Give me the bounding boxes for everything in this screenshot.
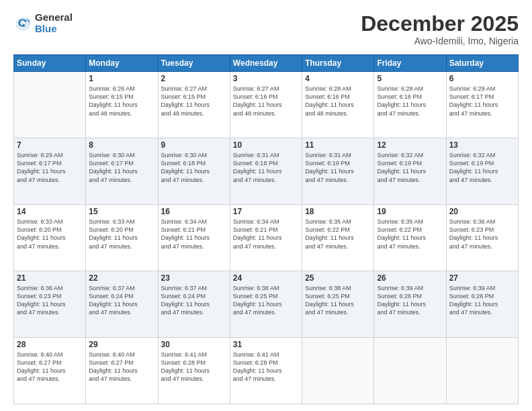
day-info: Sunrise: 6:33 AM Sunset: 6:20 PM Dayligh…: [17, 218, 83, 250]
day-number: 26: [377, 273, 443, 283]
day-number: 12: [377, 140, 443, 150]
col-tuesday: Tuesday: [158, 55, 230, 72]
col-wednesday: Wednesday: [230, 55, 302, 72]
calendar-week-row: 14Sunrise: 6:33 AM Sunset: 6:20 PM Dayli…: [14, 205, 519, 271]
col-friday: Friday: [374, 55, 446, 72]
day-number: 30: [161, 340, 227, 349]
day-number: 21: [17, 273, 83, 283]
table-row: 20Sunrise: 6:36 AM Sunset: 6:23 PM Dayli…: [446, 205, 518, 271]
table-row: 31Sunrise: 6:41 AM Sunset: 6:28 PM Dayli…: [230, 338, 302, 404]
table-row: 2Sunrise: 6:27 AM Sunset: 6:15 PM Daylig…: [158, 72, 230, 138]
location-subtitle: Awo-Idemili, Imo, Nigeria: [361, 36, 519, 46]
calendar-header-row: Sunday Monday Tuesday Wednesday Thursday…: [14, 55, 519, 72]
col-thursday: Thursday: [302, 55, 374, 72]
day-number: 4: [305, 74, 371, 83]
calendar-table: Sunday Monday Tuesday Wednesday Thursday…: [13, 54, 519, 404]
day-number: 1: [89, 74, 154, 83]
day-number: 18: [305, 207, 371, 216]
table-row: 9Sunrise: 6:30 AM Sunset: 6:18 PM Daylig…: [158, 138, 230, 205]
table-row: 13Sunrise: 6:32 AM Sunset: 6:19 PM Dayli…: [446, 138, 518, 205]
table-row: 23Sunrise: 6:37 AM Sunset: 6:24 PM Dayli…: [158, 271, 230, 338]
day-info: Sunrise: 6:28 AM Sunset: 6:16 PM Dayligh…: [305, 85, 371, 118]
table-row: 5Sunrise: 6:28 AM Sunset: 6:16 PM Daylig…: [374, 72, 446, 138]
day-info: Sunrise: 6:34 AM Sunset: 6:21 PM Dayligh…: [233, 218, 299, 250]
day-info: Sunrise: 6:40 AM Sunset: 6:27 PM Dayligh…: [89, 351, 154, 383]
table-row: 17Sunrise: 6:34 AM Sunset: 6:21 PM Dayli…: [230, 205, 302, 271]
day-number: 6: [449, 74, 515, 83]
day-info: Sunrise: 6:31 AM Sunset: 6:19 PM Dayligh…: [305, 151, 371, 184]
day-info: Sunrise: 6:34 AM Sunset: 6:21 PM Dayligh…: [161, 218, 227, 250]
table-row: 24Sunrise: 6:38 AM Sunset: 6:25 PM Dayli…: [230, 271, 302, 338]
table-row: 7Sunrise: 6:29 AM Sunset: 6:17 PM Daylig…: [14, 138, 86, 205]
table-row: [14, 72, 86, 138]
calendar-week-row: 1Sunrise: 6:26 AM Sunset: 6:15 PM Daylig…: [14, 72, 519, 138]
day-number: 15: [89, 207, 154, 216]
day-info: Sunrise: 6:33 AM Sunset: 6:20 PM Dayligh…: [89, 218, 154, 250]
day-info: Sunrise: 6:30 AM Sunset: 6:18 PM Dayligh…: [161, 151, 227, 184]
table-row: 3Sunrise: 6:27 AM Sunset: 6:16 PM Daylig…: [230, 72, 302, 138]
day-number: 10: [233, 140, 299, 150]
day-number: 31: [233, 340, 299, 349]
table-row: 11Sunrise: 6:31 AM Sunset: 6:19 PM Dayli…: [302, 138, 374, 205]
calendar-week-row: 21Sunrise: 6:36 AM Sunset: 6:23 PM Dayli…: [14, 271, 519, 338]
day-info: Sunrise: 6:32 AM Sunset: 6:19 PM Dayligh…: [377, 151, 443, 184]
day-info: Sunrise: 6:39 AM Sunset: 6:26 PM Dayligh…: [377, 284, 443, 317]
day-info: Sunrise: 6:28 AM Sunset: 6:16 PM Dayligh…: [377, 85, 443, 118]
table-row: 8Sunrise: 6:30 AM Sunset: 6:17 PM Daylig…: [86, 138, 158, 205]
logo-blue: Blue: [35, 24, 73, 35]
table-row: 15Sunrise: 6:33 AM Sunset: 6:20 PM Dayli…: [86, 205, 158, 271]
table-row: 27Sunrise: 6:39 AM Sunset: 6:26 PM Dayli…: [446, 271, 518, 338]
day-number: 9: [161, 140, 227, 150]
day-number: 25: [305, 273, 371, 283]
day-number: 11: [305, 140, 371, 150]
day-number: 27: [449, 273, 515, 283]
day-number: 8: [89, 140, 154, 150]
table-row: [446, 338, 518, 404]
logo-general: General: [35, 12, 73, 24]
day-number: 14: [17, 207, 83, 216]
day-info: Sunrise: 6:29 AM Sunset: 6:17 PM Dayligh…: [17, 151, 83, 184]
table-row: 19Sunrise: 6:35 AM Sunset: 6:22 PM Dayli…: [374, 205, 446, 271]
day-info: Sunrise: 6:41 AM Sunset: 6:28 PM Dayligh…: [161, 351, 227, 383]
day-number: 20: [449, 207, 515, 216]
table-row: 14Sunrise: 6:33 AM Sunset: 6:20 PM Dayli…: [14, 205, 86, 271]
page: General Blue December 2025 Awo-Idemili, …: [0, 0, 532, 411]
day-info: Sunrise: 6:27 AM Sunset: 6:15 PM Dayligh…: [161, 85, 227, 118]
table-row: 6Sunrise: 6:29 AM Sunset: 6:17 PM Daylig…: [446, 72, 518, 138]
day-number: 29: [89, 340, 154, 349]
table-row: 12Sunrise: 6:32 AM Sunset: 6:19 PM Dayli…: [374, 138, 446, 205]
calendar-week-row: 7Sunrise: 6:29 AM Sunset: 6:17 PM Daylig…: [14, 138, 519, 205]
table-row: 25Sunrise: 6:38 AM Sunset: 6:25 PM Dayli…: [302, 271, 374, 338]
day-info: Sunrise: 6:38 AM Sunset: 6:25 PM Dayligh…: [233, 284, 299, 317]
day-info: Sunrise: 6:30 AM Sunset: 6:17 PM Dayligh…: [89, 151, 154, 184]
day-number: 24: [233, 273, 299, 283]
month-title: December 2025: [361, 12, 519, 36]
day-info: Sunrise: 6:35 AM Sunset: 6:22 PM Dayligh…: [377, 218, 443, 250]
day-number: 23: [161, 273, 227, 283]
day-number: 19: [377, 207, 443, 216]
day-info: Sunrise: 6:37 AM Sunset: 6:24 PM Dayligh…: [161, 284, 227, 317]
table-row: 26Sunrise: 6:39 AM Sunset: 6:26 PM Dayli…: [374, 271, 446, 338]
table-row: [374, 338, 446, 404]
day-number: 17: [233, 207, 299, 216]
day-info: Sunrise: 6:39 AM Sunset: 6:26 PM Dayligh…: [449, 284, 515, 317]
table-row: 18Sunrise: 6:35 AM Sunset: 6:22 PM Dayli…: [302, 205, 374, 271]
day-info: Sunrise: 6:29 AM Sunset: 6:17 PM Dayligh…: [449, 85, 515, 118]
day-info: Sunrise: 6:32 AM Sunset: 6:19 PM Dayligh…: [449, 151, 515, 184]
table-row: [302, 338, 374, 404]
table-row: 28Sunrise: 6:40 AM Sunset: 6:27 PM Dayli…: [14, 338, 86, 404]
day-number: 13: [449, 140, 515, 150]
col-saturday: Saturday: [446, 55, 518, 72]
title-area: December 2025 Awo-Idemili, Imo, Nigeria: [361, 12, 519, 46]
table-row: 21Sunrise: 6:36 AM Sunset: 6:23 PM Dayli…: [14, 271, 86, 338]
day-info: Sunrise: 6:40 AM Sunset: 6:27 PM Dayligh…: [17, 351, 83, 383]
col-sunday: Sunday: [14, 55, 86, 72]
day-number: 16: [161, 207, 227, 216]
table-row: 16Sunrise: 6:34 AM Sunset: 6:21 PM Dayli…: [158, 205, 230, 271]
day-info: Sunrise: 6:31 AM Sunset: 6:18 PM Dayligh…: [233, 151, 299, 184]
table-row: 1Sunrise: 6:26 AM Sunset: 6:15 PM Daylig…: [86, 72, 158, 138]
day-number: 7: [17, 140, 83, 150]
day-info: Sunrise: 6:36 AM Sunset: 6:23 PM Dayligh…: [449, 218, 515, 250]
day-info: Sunrise: 6:41 AM Sunset: 6:28 PM Dayligh…: [233, 351, 299, 383]
table-row: 22Sunrise: 6:37 AM Sunset: 6:24 PM Dayli…: [86, 271, 158, 338]
